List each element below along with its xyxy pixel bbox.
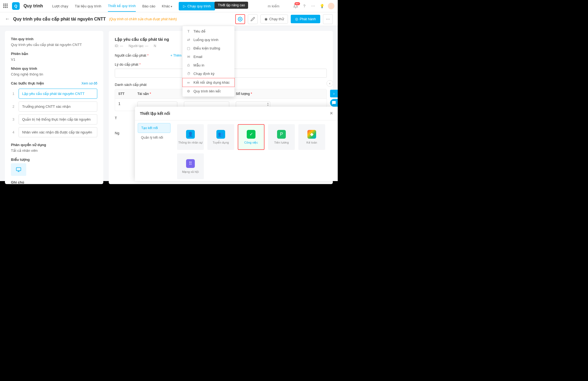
process-info-card: Tên quy trình Quy trình yêu cầu cấp phát… (5, 31, 103, 184)
note-label: Ghi chú (11, 180, 97, 184)
svg-point-0 (240, 18, 241, 20)
col-stt: STT (115, 89, 134, 98)
edit-button[interactable] (248, 14, 258, 24)
check-icon: ✓ (247, 130, 255, 139)
dd-linked[interactable]: ⚙Quy trình liên kết (183, 87, 234, 95)
settings-dropdown: TTiêu đề ⇄Luồng quy trình ▢Điều kiện trư… (183, 26, 234, 97)
dd-schedule[interactable]: ⏱Chạy định kỳ (183, 69, 234, 78)
chevron-down-icon: ▾ (171, 5, 172, 8)
process-icon[interactable] (11, 163, 26, 176)
tab-reports[interactable]: Báo cáo (142, 1, 155, 11)
step-item[interactable]: Lập yêu cầu cấp phát tài nguyên CNTT (19, 89, 97, 99)
svg-rect-1 (16, 168, 21, 171)
run-process-button[interactable]: ▷ Chạy quy trình (179, 2, 215, 10)
add-link[interactable]: + Thêm (170, 54, 182, 57)
person-field-label: Người cần cấp phát * (115, 53, 149, 57)
email-icon: ✉ (186, 55, 191, 59)
avatar[interactable] (328, 3, 334, 9)
condition-icon: ▢ (186, 46, 191, 50)
dd-email[interactable]: ✉Email (183, 53, 234, 61)
step-item[interactable]: Quản trị hệ thống thực hiện cấp tài nguy… (19, 114, 97, 124)
logo-icon[interactable]: Q (12, 2, 20, 10)
collapse-chevron-icon[interactable]: ‹ (327, 80, 333, 87)
notification-icon[interactable]: 99+ (293, 3, 298, 9)
step-number: 1 (11, 89, 16, 99)
link-icon: ∞ (186, 80, 191, 85)
clock-icon: ⏱ (186, 72, 191, 76)
col-qty: Số lượng * (233, 89, 274, 98)
step-number: 4 (11, 127, 16, 137)
modal-title: Thiết lập kết nối (140, 111, 170, 116)
money-icon: P (277, 130, 286, 139)
expand-fab[interactable]: › (330, 90, 338, 97)
name-label: Tên quy trình (11, 37, 97, 41)
step-item[interactable]: Nhân viên xác nhận đã được cấp tài nguyê… (19, 127, 97, 137)
name-value: Quy trình yêu cầu cấp phát tài nguyên CN… (11, 43, 97, 47)
group-label: Nhóm quy trình (11, 66, 97, 71)
tab-docs[interactable]: Tài liệu quy trình (75, 1, 101, 11)
back-arrow-icon[interactable]: ← (5, 16, 10, 22)
stepper-icon[interactable]: ▴▾ (267, 102, 269, 106)
version-value: V1 (11, 57, 97, 62)
page-header: ← Quy trình yêu cầu cấp phát tài nguyên … (0, 12, 338, 26)
app-recruit[interactable]: 👥Tuyển dụng (207, 124, 234, 150)
settings-button[interactable] (235, 14, 245, 24)
more-icon[interactable]: ⋯ (310, 3, 316, 9)
help-icon[interactable]: ? (302, 3, 307, 9)
target-icon: ◎ (295, 17, 298, 21)
app-salary[interactable]: PTiền lương (268, 124, 295, 150)
row-stt: 1 (115, 99, 134, 111)
app-name: Quy trình (23, 4, 43, 8)
kebab-button[interactable]: ⋯ (323, 14, 333, 24)
dd-condition[interactable]: ▢Điều kiện trường (183, 44, 234, 53)
steps-label: Các bước thực hiện (11, 81, 44, 85)
search-person-icon: 👥 (216, 130, 225, 139)
topbar: Q Quy trình Lượt chạy Tài liệu quy trình… (0, 0, 338, 12)
step-item[interactable]: Trưởng phòng CNTT xác nhận (19, 101, 97, 112)
app-social[interactable]: ⠿Mạng xã hội (177, 153, 204, 179)
apps-grid-icon[interactable] (3, 4, 8, 8)
group-value: Công nghệ thông tin (11, 72, 97, 76)
version-label: Phiên bản (11, 52, 97, 56)
people-icon: 👤 (186, 130, 195, 139)
page-title: Quy trình yêu cầu cấp phát tài nguyên CN… (13, 16, 106, 22)
play-circle-icon: ◉ (264, 17, 267, 21)
icon-label: Biểu tượng (11, 158, 97, 162)
lightbulb-icon[interactable]: 💡 (319, 3, 325, 9)
play-icon: ▷ (183, 4, 186, 8)
step-number: 3 (11, 114, 16, 124)
app-accounting[interactable]: ◆Kế toán (298, 124, 325, 150)
sidebar-create[interactable]: Tạo kết nối (138, 123, 170, 133)
dd-connect[interactable]: ∞Kết nối ứng dụng khác (182, 78, 235, 87)
dd-flow[interactable]: ⇄Luồng quy trình (183, 36, 234, 44)
floating-actions: › (330, 90, 338, 107)
tab-design[interactable]: Thiết kế quy trình (108, 1, 136, 12)
flow-icon: ⇄ (186, 38, 191, 42)
publish-button[interactable]: ◎ Phát hành (291, 15, 320, 23)
dd-print[interactable]: ⎙Mẫu in (183, 61, 234, 69)
try-button[interactable]: ◉ Chạy thử (260, 14, 288, 24)
close-icon[interactable]: × (330, 110, 333, 116)
app-work[interactable]: ✓Công việc (238, 124, 264, 150)
tooltip: Thiết lập nâng cao (214, 2, 248, 9)
search-input[interactable] (268, 4, 290, 8)
gear-icon: ⚙ (186, 89, 191, 93)
main-tabs: Lượt chạy Tài liệu quy trình Thiết kế qu… (52, 1, 172, 12)
col-asset: Tài sản * (134, 89, 181, 98)
dd-title[interactable]: TTiêu đề (183, 27, 234, 36)
chat-fab[interactable] (330, 99, 338, 107)
modal-sidebar: Tạo kết nối Quản lý kết nối (135, 120, 173, 181)
permission-value: Tất cả nhân viên (11, 149, 97, 153)
tab-more[interactable]: Khác▾ (162, 1, 172, 11)
connection-modal: Thiết lập kết nối × Tạo kết nối Quản lý … (135, 107, 338, 181)
sidebar-manage[interactable]: Quản lý kết nối (138, 133, 170, 142)
step-number: 2 (11, 101, 16, 112)
diamond-icon: ◆ (307, 130, 316, 139)
text-icon: T (186, 29, 191, 33)
permission-label: Phân quyền sử dụng (11, 143, 97, 147)
app-hr[interactable]: 👤Thông tin nhân sự (177, 124, 204, 150)
view-diagram-link[interactable]: Xem sơ đồ (81, 82, 97, 85)
print-icon: ⎙ (186, 63, 191, 67)
tab-runs[interactable]: Lượt chạy (52, 1, 68, 11)
social-icon: ⠿ (186, 159, 195, 168)
